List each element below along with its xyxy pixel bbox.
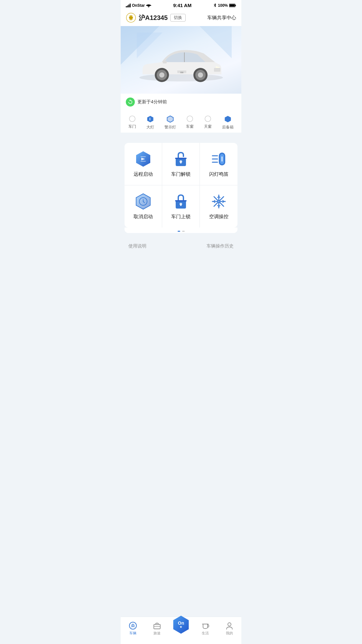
svg-point-6	[129, 18, 133, 20]
indicator-trunk[interactable]: 后备箱	[222, 116, 234, 130]
update-icon[interactable]	[126, 98, 135, 107]
svg-point-63	[218, 201, 219, 202]
refresh-icon	[127, 99, 133, 105]
carrier-label: OnStar	[132, 3, 145, 8]
action-grid: 远程启动 车门解锁	[125, 143, 237, 228]
svg-marker-27	[225, 116, 231, 122]
lock-open-svg	[173, 151, 189, 167]
trunk-label: 后备箱	[222, 125, 234, 130]
signal-bar-4	[130, 4, 131, 7]
door-unlock-icon	[172, 151, 189, 167]
update-bar: 更新于4分钟前	[121, 94, 241, 110]
flash-horn-label: 闪灯鸣笛	[209, 171, 228, 177]
battery-icon	[229, 4, 236, 7]
headlight-indicator-icon	[147, 116, 154, 123]
flash-horn-icon	[210, 151, 227, 167]
svg-rect-33	[180, 162, 181, 163]
indicator-hazard[interactable]: 警示灯	[164, 116, 176, 130]
status-right: 100%	[213, 3, 236, 8]
buick-logo	[126, 13, 136, 23]
status-time: 9:41 AM	[173, 3, 191, 8]
status-indicators: 车门 大灯 警示灯 车窗	[121, 110, 241, 133]
action-flash-horn[interactable]: 闪灯鸣笛	[200, 143, 237, 185]
car-hero-section: 英朗	[121, 26, 241, 94]
battery-percent: 100%	[218, 3, 228, 8]
snowflake-svg	[210, 193, 227, 210]
svg-point-25	[187, 116, 193, 122]
action-door-unlock[interactable]: 车门解锁	[162, 143, 200, 185]
switch-button[interactable]: 切换	[170, 14, 186, 22]
svg-rect-49	[175, 200, 187, 201]
trunk-indicator-icon	[224, 116, 231, 123]
indicator-window[interactable]: 车窗	[186, 116, 194, 130]
hazard-label: 警示灯	[164, 125, 176, 130]
cancel-start-label: 取消启动	[134, 214, 153, 220]
action-ac-control[interactable]: 空调操控	[200, 185, 237, 228]
action-remote-start[interactable]: 远程启动	[125, 143, 162, 185]
door-lock-label: 车门上锁	[171, 214, 190, 220]
status-bar: OnStar 9:41 AM 100%	[121, 0, 241, 9]
status-left: OnStar	[126, 3, 151, 8]
window-indicator-icon	[187, 116, 193, 122]
spacer-1	[121, 133, 241, 138]
window-label: 车窗	[186, 124, 194, 129]
indicator-door[interactable]: 车门	[128, 116, 136, 130]
headlight-label: 大灯	[146, 125, 154, 130]
svg-rect-34	[175, 158, 187, 159]
hazard-indicator-icon	[167, 116, 174, 123]
svg-point-5	[129, 15, 133, 17]
svg-point-14	[198, 72, 203, 78]
remote-start-label: 远程启动	[134, 171, 153, 177]
plate-number: 沪A12345	[139, 14, 168, 22]
door-lock-icon	[172, 193, 189, 210]
svg-rect-40	[221, 156, 223, 162]
ac-control-icon	[210, 193, 227, 210]
svg-rect-2	[235, 5, 236, 6]
share-center-label[interactable]: 车辆共享中心	[207, 15, 236, 21]
header: 沪A12345 切换 车辆共享中心	[121, 9, 241, 26]
indicator-sunroof[interactable]: 天窗	[204, 116, 212, 130]
ac-control-label: 空调操控	[209, 214, 228, 220]
action-grid-wrapper: 远程启动 车门解锁	[121, 138, 241, 238]
svg-rect-22	[150, 117, 150, 118]
svg-rect-16	[163, 61, 167, 63]
svg-rect-48	[180, 204, 181, 206]
svg-rect-1	[229, 4, 235, 6]
cancel-start-icon	[135, 193, 152, 210]
signal-bar-1	[126, 6, 127, 7]
dot-inactive[interactable]	[182, 231, 185, 232]
footer-links: 使用说明 车辆操作历史	[121, 238, 241, 254]
svg-point-26	[205, 116, 211, 122]
triangle-decoration-2	[137, 33, 162, 58]
update-text: 更新于4分钟前	[137, 99, 167, 105]
svg-rect-30	[141, 161, 146, 162]
indicator-headlight[interactable]: 大灯	[146, 116, 154, 130]
instructions-link[interactable]: 使用说明	[128, 243, 146, 249]
remote-start-icon	[135, 151, 152, 167]
door-indicator-icon	[129, 116, 135, 122]
svg-point-19	[129, 116, 135, 122]
cancel-hex-svg	[135, 193, 152, 210]
sunroof-label: 天窗	[204, 124, 212, 129]
lock-closed-svg	[173, 193, 189, 210]
dot-active[interactable]	[178, 231, 180, 232]
signal-bar-2	[127, 5, 128, 7]
sunroof-indicator-icon	[205, 116, 211, 122]
flash-svg	[210, 151, 227, 167]
svg-rect-21	[150, 118, 150, 120]
bluetooth-icon	[213, 3, 217, 8]
history-link[interactable]: 车辆操作历史	[207, 243, 234, 249]
svg-rect-15	[214, 68, 220, 72]
pagination-dots	[125, 228, 237, 233]
signal-bars	[126, 4, 131, 7]
door-label: 车门	[128, 124, 136, 129]
svg-text:英朗: 英朗	[180, 71, 183, 73]
remote-start-hex	[135, 151, 152, 167]
signal-bar-3	[128, 5, 129, 7]
svg-point-11	[159, 72, 164, 78]
svg-rect-29	[141, 156, 146, 157]
action-cancel-start[interactable]: 取消启动	[125, 185, 162, 228]
door-unlock-label: 车门解锁	[171, 171, 190, 177]
action-door-lock[interactable]: 车门上锁	[162, 185, 200, 228]
svg-point-7	[139, 74, 223, 81]
